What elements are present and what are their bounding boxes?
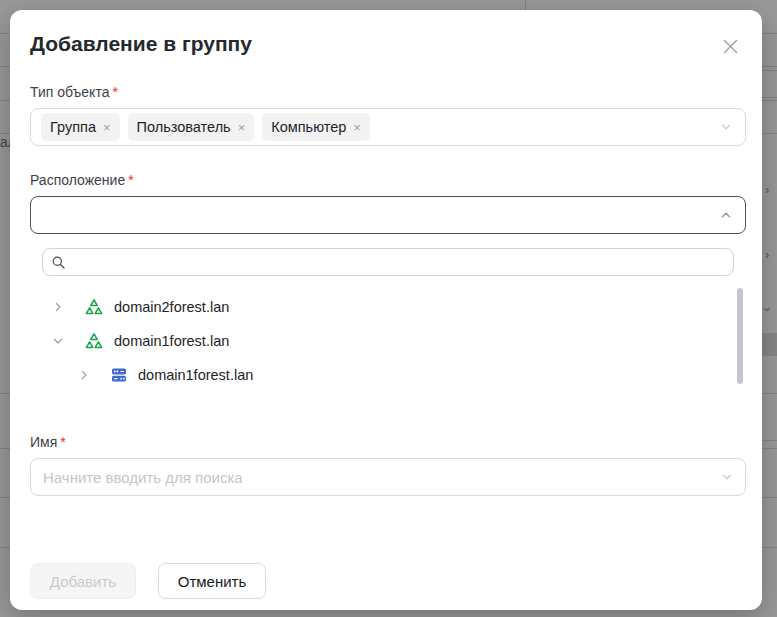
add-button[interactable]: Добавить	[30, 563, 136, 599]
domain-icon	[110, 366, 128, 384]
object-type-multiselect[interactable]: Группа × Пользователь × Компьютер ×	[30, 108, 746, 146]
chevron-right-icon[interactable]	[52, 301, 68, 313]
object-type-label: Тип объекта*	[30, 82, 746, 102]
tag-label: Группа	[50, 119, 96, 135]
add-to-group-dialog: Добавление в группу Тип объекта* Группа …	[10, 10, 762, 610]
tag-remove-icon[interactable]: ×	[353, 121, 361, 134]
chevron-down-icon	[719, 120, 733, 134]
name-input[interactable]	[30, 458, 746, 496]
dialog-title: Добавление в группу	[30, 30, 746, 58]
required-asterisk: *	[112, 84, 117, 100]
location-select[interactable]	[30, 196, 746, 234]
tree-item-label: domain2forest.lan	[114, 299, 229, 315]
tree-search-input[interactable]	[72, 254, 725, 270]
tree-scrollbar-thumb[interactable]	[737, 288, 743, 384]
close-icon[interactable]	[720, 36, 740, 56]
forest-icon	[84, 297, 104, 317]
name-label: Имя*	[30, 432, 746, 452]
tree-row-domain1forest[interactable]: domain1forest.lan	[30, 324, 746, 358]
tag-label: Компьютер	[271, 119, 346, 135]
tag-computer: Компьютер ×	[262, 113, 370, 141]
forest-icon	[84, 331, 104, 351]
tag-remove-icon[interactable]: ×	[103, 121, 111, 134]
chevron-right-icon[interactable]	[78, 369, 94, 381]
dialog-actions: Добавить Отменить	[30, 563, 746, 599]
chevron-down-icon[interactable]	[52, 335, 68, 347]
tree-row-domain2forest[interactable]: domain2forest.lan	[30, 290, 746, 324]
tag-user: Пользователь ×	[128, 113, 255, 141]
tree-item-label: domain1forest.lan	[114, 333, 229, 349]
cancel-button[interactable]: Отменить	[158, 563, 266, 599]
tree-item-label: domain1forest.lan	[138, 367, 253, 383]
tag-label: Пользователь	[137, 119, 231, 135]
tag-remove-icon[interactable]: ×	[238, 121, 246, 134]
chevron-down-icon	[720, 470, 734, 484]
required-asterisk: *	[60, 434, 65, 450]
required-asterisk: *	[128, 172, 133, 188]
location-label: Расположение*	[30, 170, 746, 190]
selected-tags: Группа × Пользователь × Компьютер ×	[41, 113, 370, 141]
chevron-up-icon	[719, 208, 733, 222]
tree-row-domain1forest-child[interactable]: domain1forest.lan	[30, 358, 746, 392]
location-tree: domain2forest.lan domain1forest.lan	[30, 290, 746, 392]
name-field	[30, 458, 746, 496]
tag-group: Группа ×	[41, 113, 120, 141]
tree-search-field	[42, 248, 734, 276]
search-icon	[51, 255, 66, 270]
